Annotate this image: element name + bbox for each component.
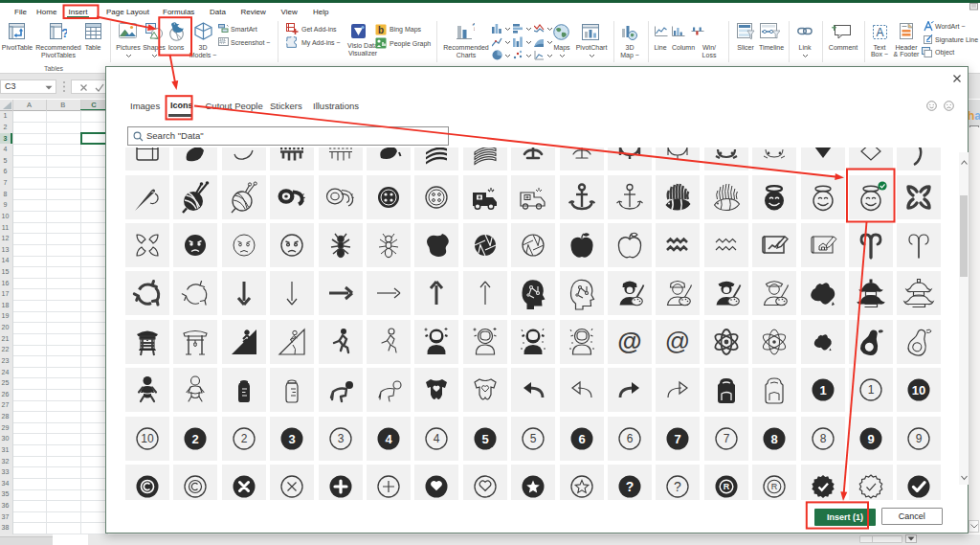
svg-text:?: ? <box>61 26 67 39</box>
svg-text:?: ? <box>472 23 475 33</box>
svg-text:9: 9 <box>916 432 923 445</box>
svg-text:7: 7 <box>723 432 729 445</box>
svg-text:3: 3 <box>289 431 296 445</box>
svg-text:b: b <box>378 25 384 35</box>
svg-text:R: R <box>771 482 778 491</box>
svg-text:R: R <box>724 482 730 491</box>
svg-text:4: 4 <box>385 431 392 445</box>
svg-text:10: 10 <box>912 383 925 397</box>
svg-text:6: 6 <box>578 431 585 445</box>
svg-text:7: 7 <box>675 431 681 445</box>
svg-text:6: 6 <box>627 432 634 445</box>
svg-text:4: 4 <box>434 432 440 445</box>
svg-text:3: 3 <box>337 432 344 445</box>
svg-text:1: 1 <box>868 383 875 397</box>
svg-text:8: 8 <box>819 432 826 445</box>
svg-text:@: @ <box>665 327 690 355</box>
svg-text:2: 2 <box>192 431 199 445</box>
svg-text:8: 8 <box>771 431 778 445</box>
svg-text:9: 9 <box>867 431 874 445</box>
svg-text:?: ? <box>674 479 681 494</box>
svg-text:1: 1 <box>819 383 826 397</box>
svg-text:10: 10 <box>141 432 154 445</box>
svg-text:2: 2 <box>240 432 247 445</box>
svg-text:A: A <box>876 26 883 39</box>
svg-text:5: 5 <box>530 432 537 445</box>
svg-text:?: ? <box>626 479 635 494</box>
svg-text:@: @ <box>617 327 641 355</box>
svg-text:5: 5 <box>481 431 488 445</box>
